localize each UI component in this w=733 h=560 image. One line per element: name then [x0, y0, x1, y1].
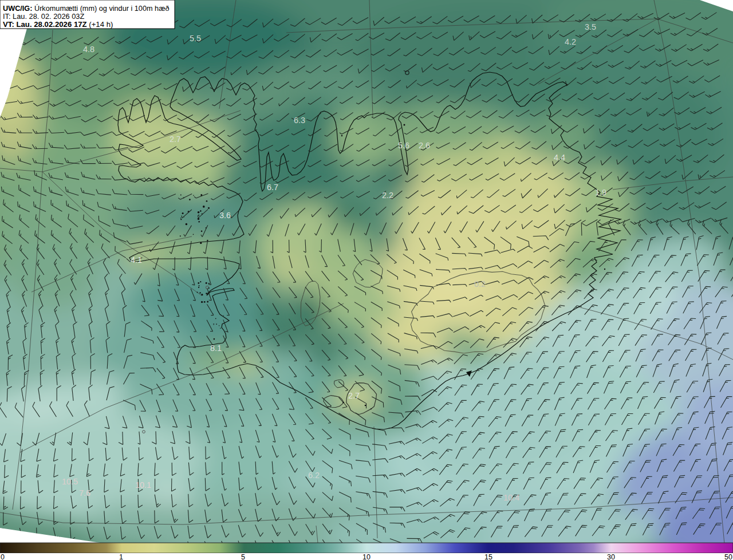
svg-text:6.3: 6.3 — [294, 116, 305, 125]
svg-text:7.6: 7.6 — [79, 488, 90, 498]
svg-text:0: 0 — [1, 553, 5, 560]
svg-text:2.7: 2.7 — [170, 135, 181, 144]
svg-text:6.7: 6.7 — [267, 183, 278, 192]
svg-text:2.2: 2.2 — [382, 191, 393, 200]
svg-text:4.2: 4.2 — [565, 37, 576, 46]
svg-text:10.4: 10.4 — [503, 493, 519, 502]
svg-text:VT: Lau. 28.02.2026 17Z (+14 h: VT: Lau. 28.02.2026 17Z (+14 h) — [3, 20, 113, 29]
svg-text:5: 5 — [241, 553, 245, 560]
svg-text:10: 10 — [362, 553, 371, 560]
svg-text:6.2: 6.2 — [308, 471, 320, 480]
svg-text:10.5: 10.5 — [62, 477, 78, 486]
svg-text:1.9: 1.9 — [595, 188, 606, 197]
svg-text:8.1: 8.1 — [210, 344, 222, 353]
svg-text:2.6: 2.6 — [419, 141, 430, 150]
svg-text:3.6: 3.6 — [219, 211, 231, 220]
svg-text:0.2: 0.2 — [474, 279, 486, 289]
svg-text:5.6: 5.6 — [398, 141, 409, 150]
svg-text:50: 50 — [724, 553, 732, 560]
svg-text:30: 30 — [607, 553, 615, 560]
svg-text:1: 1 — [119, 553, 123, 560]
svg-text:UWC/IG: Úrkomumætti (mm) og vi: UWC/IG: Úrkomumætti (mm) og vindur i 100… — [3, 4, 169, 13]
svg-text:4.1: 4.1 — [131, 255, 142, 265]
svg-text:3.5: 3.5 — [585, 22, 596, 31]
svg-text:10.1: 10.1 — [135, 480, 151, 490]
svg-text:15: 15 — [484, 553, 492, 560]
svg-text:5.5: 5.5 — [190, 34, 201, 43]
svg-text:2.7: 2.7 — [348, 391, 360, 400]
svg-text:4.4: 4.4 — [554, 153, 565, 162]
svg-text:4.8: 4.8 — [83, 45, 94, 54]
